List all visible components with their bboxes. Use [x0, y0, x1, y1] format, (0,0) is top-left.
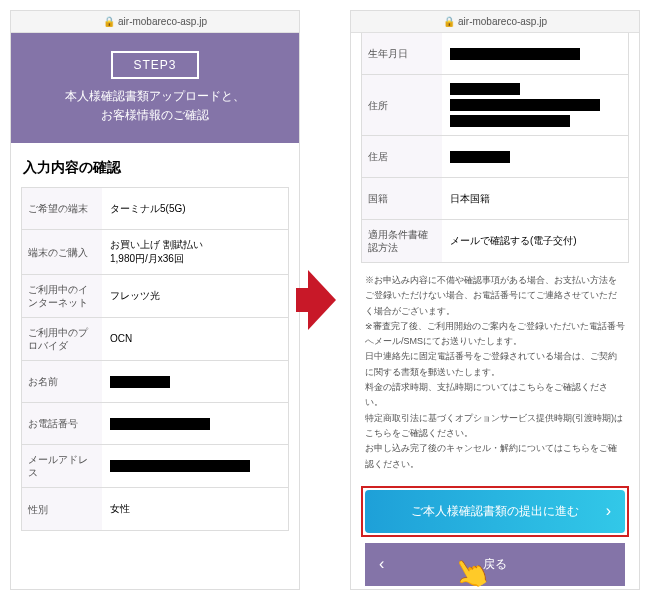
table-row: メールアドレス — [22, 445, 288, 488]
url-bar: 🔒air-mobareco-asp.jp — [351, 11, 639, 33]
table-row: ご利用中のインターネットフレッツ光 — [22, 275, 288, 318]
table-row: ご希望の端末ターミナル5(5G) — [22, 188, 288, 230]
table-row: お名前 — [22, 361, 288, 403]
table-row: 端末のご購入お買い上げ 割賦払い 1,980円/月x36回 — [22, 230, 288, 275]
redacted-email — [110, 460, 250, 472]
table-row: お電話番号 — [22, 403, 288, 445]
step-text-1: 本人様確認書類アップロードと、 — [21, 87, 289, 106]
lock-icon: 🔒 — [443, 11, 455, 33]
lock-icon: 🔒 — [103, 11, 115, 33]
table-row: 住所 — [362, 75, 628, 136]
notes-text: ※お申込み内容に不備や確認事項がある場合、お支払い方法をご登録いただけない場合、… — [351, 263, 639, 482]
step-banner: STEP3 本人様確認書類アップロードと、 お客様情報のご確認 — [11, 33, 299, 143]
redacted-addr — [450, 115, 570, 127]
url-text: air-mobareco-asp.jp — [118, 16, 207, 27]
redacted-addr — [450, 83, 520, 95]
url-text: air-mobareco-asp.jp — [458, 16, 547, 27]
phone-screen-left: 🔒air-mobareco-asp.jp STEP3 本人様確認書類アップロード… — [10, 10, 300, 590]
phone-screen-right: 🔒air-mobareco-asp.jp 生年月日 住所 住居 国籍日本国籍 適… — [350, 10, 640, 590]
table-row: 生年月日 — [362, 33, 628, 75]
submit-documents-button[interactable]: ご本人様確認書類の提出に進む — [365, 490, 625, 533]
step-text-2: お客様情報のご確認 — [21, 106, 289, 125]
url-bar: 🔒air-mobareco-asp.jp — [11, 11, 299, 33]
back-button[interactable]: 戻る — [365, 543, 625, 586]
redacted-phone — [110, 418, 210, 430]
table-row: ご利用中のプロバイダOCN — [22, 318, 288, 361]
redacted-dob — [450, 48, 580, 60]
confirm-table-left: ご希望の端末ターミナル5(5G) 端末のご購入お買い上げ 割賦払い 1,980円… — [21, 187, 289, 531]
table-row: 適用条件書確認方法メールで確認する(電子交付) — [362, 220, 628, 262]
redacted-residence — [450, 151, 510, 163]
redacted-name — [110, 376, 170, 388]
section-title: 入力内容の確認 — [11, 143, 299, 187]
redacted-addr — [450, 99, 600, 111]
highlight-box: ご本人様確認書類の提出に進む — [361, 486, 629, 537]
table-row: 国籍日本国籍 — [362, 178, 628, 220]
table-row: 住居 — [362, 136, 628, 178]
step-label: STEP3 — [111, 51, 198, 79]
confirm-table-right: 生年月日 住所 住居 国籍日本国籍 適用条件書確認方法メールで確認する(電子交付… — [361, 33, 629, 263]
arrow-icon — [308, 270, 336, 330]
table-row: 性別女性 — [22, 488, 288, 530]
